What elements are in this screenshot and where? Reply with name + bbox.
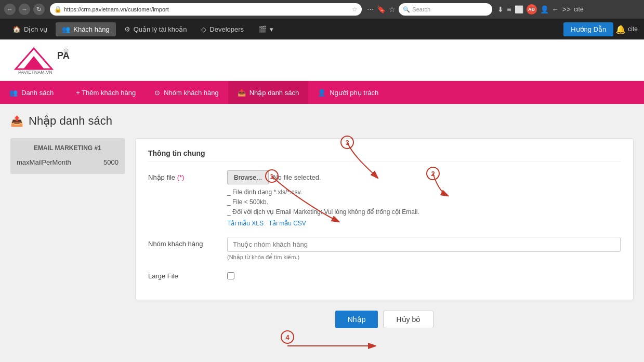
- themkhachhang-label: + Thêm khách hàng: [76, 89, 136, 97]
- url-bar[interactable]: 🔒 https://crm.pavietnam.vn/customer/impo…: [50, 3, 362, 16]
- nav-khachhang-label: Khách hàng: [73, 25, 109, 33]
- sidebar-card: EMAIL MARKETING #1 maxMailPerMonth 5000: [10, 138, 125, 174]
- svg-text:PAVIETNAM.VN: PAVIETNAM.VN: [18, 70, 52, 74]
- browser-right-icons: ⬇ ≡ ⬜ AB 👤 ← >> cite: [497, 4, 583, 15]
- svg-text:R: R: [65, 50, 68, 53]
- refresh-button[interactable]: ↻: [33, 4, 45, 15]
- nhapdanhsach-label: Nhập danh sách: [249, 89, 299, 97]
- library-icon[interactable]: ≡: [507, 5, 511, 14]
- dev-icon: ◇: [201, 25, 206, 33]
- forward-button[interactable]: →: [19, 4, 30, 15]
- file-hint-3: _ Đối với dịch vụ Email Marketing: Vui l…: [227, 207, 621, 217]
- nhapfile-label-text: Nhập file: [148, 173, 175, 181]
- nav-cite-label: cite: [628, 25, 638, 33]
- huybo-button[interactable]: Hủy bỏ: [383, 311, 433, 328]
- tabs-icon[interactable]: ⬜: [515, 5, 523, 14]
- nhomkh-input[interactable]: [227, 237, 621, 252]
- nav-nhomkhachhang[interactable]: ⊙ Nhóm khách hàng: [145, 81, 228, 104]
- main-form: Thông tin chung Nhập file (*) Browse... …: [135, 138, 634, 328]
- app-navbar: 🏠 Dịch vụ 👥 Khách hàng ⚙ Quản lý tài kho…: [0, 19, 644, 39]
- nav-dev-label: Developers: [209, 25, 244, 33]
- home-icon: 🏠: [12, 25, 21, 33]
- nhap-button[interactable]: Nhập: [335, 311, 378, 328]
- content-layout: EMAIL MARKETING #1 maxMailPerMonth 5000 …: [10, 138, 634, 328]
- bookmark-icon: 🔖: [377, 5, 386, 14]
- upload-icon: 📤: [238, 89, 246, 97]
- nav-item-quanly[interactable]: ⚙ Quản lý tài khoản: [118, 22, 193, 36]
- nhomkh-hint: (Nhập từ khóa để tìm kiếm.): [227, 254, 621, 261]
- sidebar-key: maxMailPerMonth: [17, 158, 71, 166]
- page-title: Nhập danh sách: [29, 114, 112, 128]
- nav-quanly-label: Quản lý tài khoản: [134, 25, 187, 33]
- form-row-largefile: Large File: [148, 269, 621, 281]
- arrow-4: [281, 330, 385, 361]
- file-name-display: No file selected.: [273, 173, 321, 181]
- browser-chrome: ← → ↻ 🔒 https://crm.pavietnam.vn/custome…: [0, 0, 644, 19]
- huongdan-button[interactable]: Hướng Dẫn: [563, 22, 613, 36]
- sidebar: EMAIL MARKETING #1 maxMailPerMonth 5000: [10, 138, 125, 328]
- sidebar-value: 5000: [103, 158, 119, 166]
- nav-item-dichvu[interactable]: 🏠 Dịch vụ: [6, 22, 54, 36]
- nav-nhapdanhsach[interactable]: 📤 Nhập danh sách: [228, 81, 308, 104]
- file-hint-links: Tải mẫu XLS Tải mẫu CSV: [227, 219, 621, 229]
- nav-nguoiphutach[interactable]: 👤 Người phụ trách: [308, 81, 388, 104]
- link-csv[interactable]: Tải mẫu CSV: [269, 220, 306, 227]
- back2-icon[interactable]: ←: [552, 5, 559, 14]
- link-xls[interactable]: Tải mẫu XLS: [227, 220, 264, 227]
- file-hint-2: _ File < 500kb.: [227, 197, 621, 207]
- page-title-area: 📤 Nhập danh sách: [10, 114, 634, 128]
- search-bar[interactable]: 🔍 Search: [399, 3, 492, 16]
- danhsach-icon: 👥: [9, 89, 18, 97]
- main-nav: 👥 Danh sách + Thêm khách hàng ⊙ Nhóm khá…: [0, 81, 644, 104]
- nhapfile-label: Nhập file (*): [148, 170, 221, 181]
- nav-item-khachhang[interactable]: 👥 Khách hàng: [56, 22, 115, 36]
- group-icon: ⊙: [154, 89, 160, 97]
- search-text: Search: [412, 6, 430, 12]
- nhomkh-control: (Nhập từ khóa để tìm kiếm.): [227, 237, 621, 261]
- form-row-nhapfile: Nhập file (*) Browse... No file selected…: [148, 170, 621, 229]
- svg-marker-1: [23, 56, 44, 69]
- nhapfile-required: (*): [177, 173, 185, 181]
- file-input-row: Browse... No file selected.: [227, 170, 621, 184]
- nav-danhsach[interactable]: 👥 Danh sách: [0, 81, 63, 104]
- page-content: 📤 Nhập danh sách EMAIL MARKETING #1 maxM…: [0, 104, 644, 362]
- nav-item-media[interactable]: 🎬 ▾: [252, 22, 280, 36]
- back-button[interactable]: ←: [4, 4, 16, 15]
- url-text: https://crm.pavietnam.vn/customer/import: [64, 6, 350, 12]
- sidebar-row: maxMailPerMonth 5000: [17, 157, 119, 168]
- page-title-icon: 📤: [10, 115, 23, 127]
- media-icon: 🎬: [258, 25, 267, 33]
- logo[interactable]: PA PAVIETNAM.VN R: [10, 46, 78, 74]
- users-icon: 👥: [62, 25, 70, 33]
- more2-icon[interactable]: >>: [562, 5, 571, 14]
- cite-text: cite: [574, 6, 584, 13]
- search-icon: 🔍: [403, 6, 410, 13]
- nav-dichvu-label: Dịch vụ: [24, 25, 47, 33]
- nguoiphutach-label: Người phụ trách: [330, 89, 378, 97]
- browse-button[interactable]: Browse...: [227, 170, 269, 184]
- nhapfile-control: Browse... No file selected. _ File định …: [227, 170, 621, 229]
- danhsach-label: Danh sách: [21, 89, 54, 97]
- nav-media-dropdown: ▾: [270, 25, 273, 33]
- star2-icon: ☆: [389, 5, 396, 14]
- file-hint-1: _ File định dạng *.xls/*.csv.: [227, 187, 621, 197]
- action-buttons: Nhập Hủy bỏ: [135, 311, 634, 328]
- form-section-title: Thông tin chung: [148, 149, 621, 162]
- nav-themkhachhang[interactable]: + Thêm khách hàng: [63, 81, 145, 104]
- annotation-4: 4: [281, 330, 294, 344]
- largefile-label: Large File: [148, 269, 221, 280]
- sidebar-title: EMAIL MARKETING #1: [17, 144, 119, 152]
- logo-svg: PA PAVIETNAM.VN R: [10, 46, 78, 74]
- logo-area: PA PAVIETNAM.VN R: [0, 39, 644, 81]
- nhomkh-label: Nhóm khách hàng: [148, 237, 221, 248]
- person-icon: 👤: [318, 89, 326, 97]
- star-icon: ☆: [352, 6, 358, 13]
- nav-item-developers[interactable]: ◇ Developers: [195, 22, 250, 36]
- adblock-icon: AB: [527, 4, 537, 15]
- lock-icon: 🔒: [54, 6, 62, 13]
- form-card: Thông tin chung Nhập file (*) Browse... …: [135, 138, 634, 300]
- notification-icon[interactable]: 🔔: [615, 24, 626, 34]
- profile-icon[interactable]: 👤: [540, 5, 549, 14]
- largefile-checkbox[interactable]: [227, 272, 234, 279]
- download-icon[interactable]: ⬇: [497, 5, 504, 14]
